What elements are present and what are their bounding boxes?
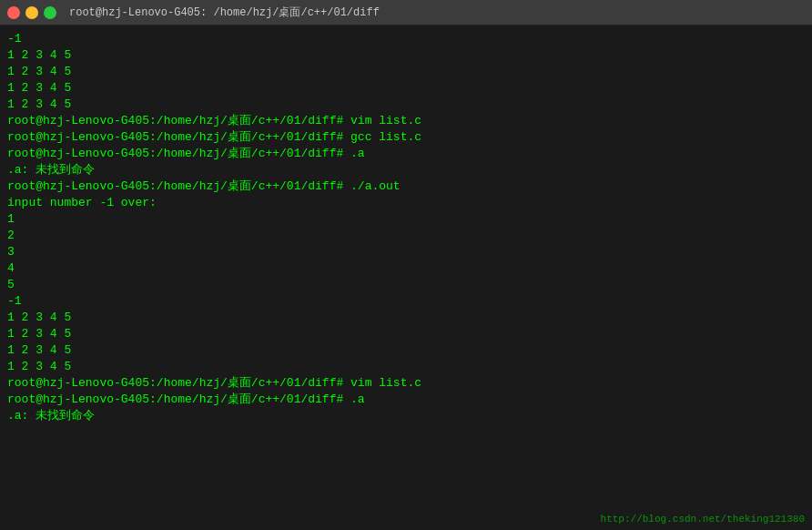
terminal-line: 1 2 3 4 5 — [7, 97, 805, 113]
terminal-line: 5 — [7, 277, 805, 293]
terminal-line: 4 — [7, 260, 805, 277]
terminal-line: -1 — [7, 31, 805, 47]
terminal-line: root@hzj-Lenovo-G405:/home/hzj/桌面/c++/01… — [7, 113, 805, 129]
terminal-line: root@hzj-Lenovo-G405:/home/hzj/桌面/c++/01… — [7, 375, 805, 392]
terminal-line: .a: 未找到命令 — [7, 162, 805, 178]
terminal-line: root@hzj-Lenovo-G405:/home/hzj/桌面/c++/01… — [7, 146, 805, 162]
terminal-line: root@hzj-Lenovo-G405:/home/hzj/桌面/c++/01… — [7, 392, 805, 408]
minimize-button[interactable] — [25, 6, 38, 19]
title-bar: root@hzj-Lenovo-G405: /home/hzj/桌面/c++/0… — [0, 0, 812, 25]
terminal-line: root@hzj-Lenovo-G405:/home/hzj/桌面/c++/01… — [7, 129, 805, 146]
terminal-line: 1 2 3 4 5 — [7, 342, 805, 359]
terminal-line: 3 — [7, 244, 805, 260]
window-title: root@hzj-Lenovo-G405: /home/hzj/桌面/c++/0… — [69, 5, 380, 20]
terminal-line: .a: 未找到命令 — [7, 408, 805, 424]
terminal-line: -1 — [7, 293, 805, 310]
terminal-line: root@hzj-Lenovo-G405:/home/hzj/桌面/c++/01… — [7, 178, 805, 195]
terminal-line: 1 2 3 4 5 — [7, 326, 805, 342]
close-button[interactable] — [7, 6, 20, 19]
terminal-line: 1 — [7, 211, 805, 228]
watermark: http://blog.csdn.net/theking121380 — [601, 514, 805, 525]
terminal-line: 1 2 3 4 5 — [7, 310, 805, 326]
terminal-line: 1 2 3 4 5 — [7, 359, 805, 375]
terminal-line: 1 2 3 4 5 — [7, 80, 805, 97]
terminal-line: input number -1 over: — [7, 195, 805, 211]
terminal-line: 1 2 3 4 5 — [7, 64, 805, 80]
terminal[interactable]: -11 2 3 4 51 2 3 4 51 2 3 4 51 2 3 4 5ro… — [0, 25, 812, 530]
maximize-button[interactable] — [44, 6, 56, 19]
terminal-line: 2 — [7, 228, 805, 244]
terminal-line: 1 2 3 4 5 — [7, 47, 805, 64]
